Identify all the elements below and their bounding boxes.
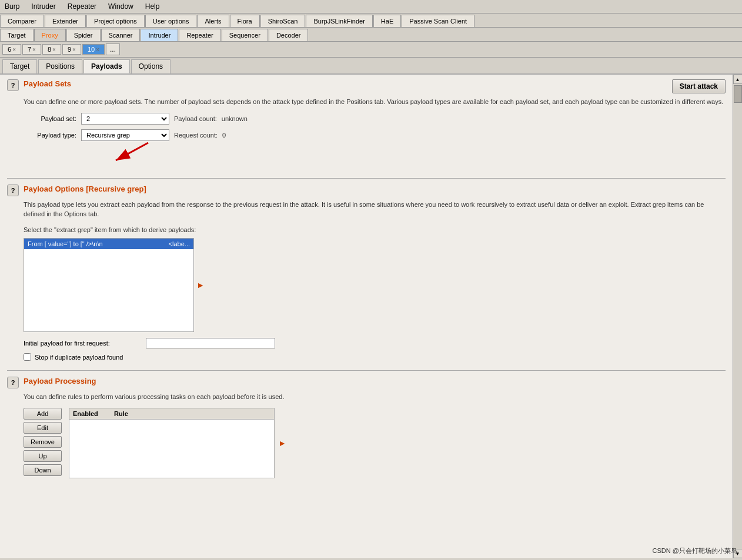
col-rule-header: Rule: [114, 410, 270, 417]
stop-duplicate-label: Stop if duplicate payload found: [35, 354, 123, 361]
tab-9[interactable]: 9 ×: [62, 44, 81, 55]
processing-table[interactable]: Enabled Rule: [69, 408, 275, 478]
sub-tab-target[interactable]: Target: [2, 59, 37, 73]
payload-sets-desc: You can define one or more payload sets.…: [24, 97, 726, 107]
start-attack-button[interactable]: Start attack: [672, 79, 726, 93]
request-count-value: 0: [222, 132, 226, 139]
close-tab-9[interactable]: ×: [72, 46, 76, 53]
more-tabs-button[interactable]: ...: [106, 43, 120, 55]
sub-tab-options[interactable]: Options: [131, 59, 171, 73]
payload-sets-help-icon[interactable]: ?: [7, 79, 19, 91]
select-grep-label: Select the "extract grep" item from whic…: [24, 225, 726, 235]
payload-set-row: Payload set: 2 1 Payload count: unknown: [24, 113, 726, 125]
payload-processing-help-icon[interactable]: ?: [7, 377, 19, 388]
tab-user-options[interactable]: User options: [145, 15, 197, 27]
tab-hae[interactable]: HaE: [373, 15, 401, 27]
request-count-label: Request count:: [174, 132, 218, 139]
initial-payload-label: Initial payload for first request:: [24, 340, 141, 347]
payload-set-label: Payload set:: [24, 115, 76, 122]
sub-tabs: Target Positions Payloads Options: [0, 58, 742, 75]
content-area: ? Payload Sets Start attack You can defi…: [0, 75, 733, 558]
close-tab-6[interactable]: ×: [12, 46, 16, 53]
processing-table-wrapper: Enabled Rule ►: [69, 408, 275, 478]
menu-intruder[interactable]: Intruder: [29, 1, 58, 12]
payload-options-header: ? Payload Options [Recursive grep]: [7, 185, 726, 196]
payload-type-label: Payload type:: [24, 132, 76, 139]
menu-window[interactable]: Window: [106, 1, 136, 12]
top-tab-row-2: Target Proxy Spider Scanner Intruder Rep…: [0, 28, 742, 42]
scrollbar[interactable]: ▲ ▼: [733, 75, 742, 558]
payload-processing-title: Payload Processing: [24, 377, 96, 385]
payload-type-row: Payload type: Recursive grep Simple list…: [24, 129, 726, 141]
payload-sets-header: ? Payload Sets: [7, 79, 71, 91]
tab-comparer[interactable]: Comparer: [0, 15, 44, 27]
tab-extender[interactable]: Extender: [45, 15, 86, 27]
payload-processing-desc: You can define rules to perform various …: [24, 392, 726, 402]
menu-repeater[interactable]: Repeater: [65, 1, 99, 12]
tab-8[interactable]: 8 ×: [42, 44, 61, 55]
tab-proxy[interactable]: Proxy: [34, 29, 66, 41]
payload-count-label: Payload count:: [174, 115, 217, 122]
number-tabs: 6 × 7 × 8 × 9 × 10 × ...: [0, 42, 742, 58]
tab-7[interactable]: 7 ×: [22, 44, 41, 55]
watermark: CSDN @只会打靶场的小菜鸟: [653, 546, 737, 555]
scroll-up-button[interactable]: ▲: [733, 75, 743, 84]
list-right-arrow: ►: [196, 280, 205, 290]
stop-duplicate-checkbox[interactable]: [24, 353, 31, 361]
down-button[interactable]: Down: [24, 464, 62, 476]
payload-options-desc: This payload type lets you extract each …: [24, 200, 726, 219]
close-tab-8[interactable]: ×: [52, 46, 56, 53]
scroll-thumb[interactable]: [734, 85, 742, 103]
add-button[interactable]: Add: [24, 408, 62, 420]
tab-sequencer[interactable]: Sequencer: [222, 29, 268, 41]
payload-processing-header: ? Payload Processing: [7, 377, 726, 388]
tab-fiora[interactable]: Fiora: [230, 15, 260, 27]
extract-grep-list-wrapper: From [ value="] to [" />\n\n <labe... ►: [24, 238, 194, 332]
tab-burpjslinkfinder[interactable]: BurpJSLinkFinder: [306, 15, 372, 27]
svg-line-1: [116, 143, 148, 160]
payload-count-value: unknown: [222, 115, 248, 122]
menu-bar: Burp Intruder Repeater Window Help: [0, 0, 742, 14]
tab-shiroscan[interactable]: ShiroScan: [260, 15, 306, 27]
payload-options-title: Payload Options [Recursive grep]: [24, 185, 146, 193]
processing-buttons: Add Edit Remove Up Down: [24, 408, 62, 476]
tab-spider[interactable]: Spider: [66, 29, 101, 41]
extract-grep-list[interactable]: From [ value="] to [" />\n\n <labe...: [24, 238, 194, 332]
initial-payload-row: Initial payload for first request:: [24, 338, 726, 348]
payload-options-help-icon[interactable]: ?: [7, 185, 19, 196]
main-content: ? Payload Sets Start attack You can defi…: [0, 75, 742, 558]
close-tab-10[interactable]: ×: [96, 46, 99, 53]
up-button[interactable]: Up: [24, 450, 62, 462]
processing-layout: Add Edit Remove Up Down Enabled Rule ►: [24, 408, 726, 478]
edit-button[interactable]: Edit: [24, 422, 62, 434]
sub-tab-payloads[interactable]: Payloads: [83, 59, 130, 73]
close-tab-7[interactable]: ×: [32, 46, 36, 53]
initial-payload-input[interactable]: [146, 338, 275, 348]
tab-6[interactable]: 6 ×: [2, 44, 21, 55]
red-arrow-annotation: [107, 140, 154, 169]
tab-passive-scan-client[interactable]: Passive Scan Client: [402, 15, 474, 27]
sub-tab-positions[interactable]: Positions: [38, 59, 82, 73]
menu-burp[interactable]: Burp: [2, 1, 22, 12]
proc-table-right-arrow: ►: [278, 438, 286, 448]
remove-button[interactable]: Remove: [24, 436, 62, 448]
tab-scanner[interactable]: Scanner: [101, 29, 141, 41]
tab-10[interactable]: 10 ×: [82, 44, 105, 55]
stop-duplicate-row: Stop if duplicate payload found: [24, 353, 726, 361]
col-enabled-header: Enabled: [73, 410, 114, 417]
payload-type-select[interactable]: Recursive grep Simple list Runtime file …: [81, 129, 169, 141]
tab-repeater[interactable]: Repeater: [179, 29, 220, 41]
payload-sets-title: Payload Sets: [24, 79, 71, 88]
tab-intruder[interactable]: Intruder: [141, 29, 178, 41]
menu-help[interactable]: Help: [143, 1, 162, 12]
top-tab-row-1: Comparer Extender Project options User o…: [0, 14, 742, 28]
tab-target[interactable]: Target: [0, 29, 34, 41]
list-item-0[interactable]: From [ value="] to [" />\n\n <labe...: [24, 239, 193, 249]
tab-alerts[interactable]: Alerts: [197, 15, 229, 27]
tab-decoder[interactable]: Decoder: [269, 29, 309, 41]
tab-project-options[interactable]: Project options: [86, 15, 145, 27]
table-header: Enabled Rule: [69, 408, 274, 420]
payload-set-select[interactable]: 2 1: [81, 113, 169, 125]
